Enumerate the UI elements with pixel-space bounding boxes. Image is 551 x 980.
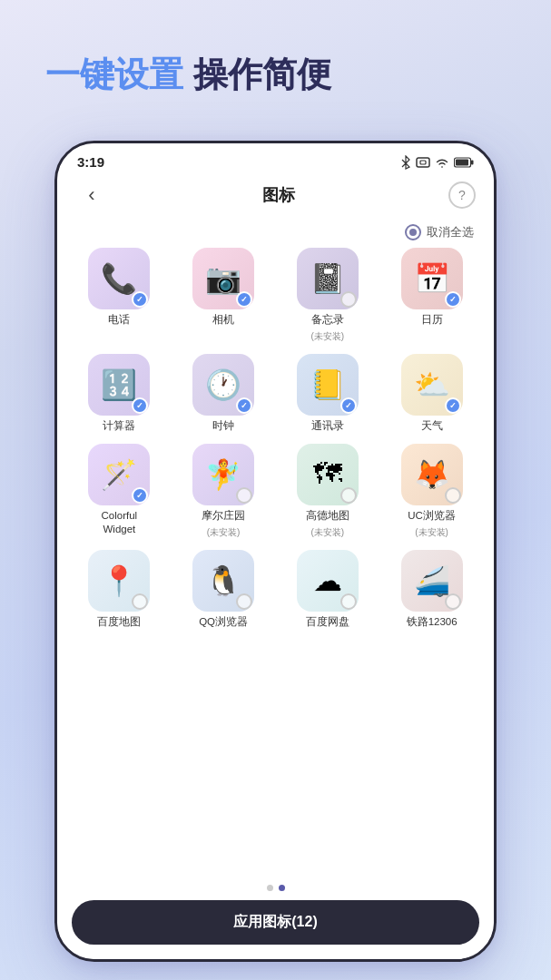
status-icons xyxy=(400,155,474,170)
app-item[interactable]: 🚄铁路12306 xyxy=(382,550,481,629)
status-bar: 3:19 xyxy=(57,143,494,175)
select-all-row[interactable]: 取消全选 xyxy=(57,220,494,248)
app-name: 相机 xyxy=(212,313,234,327)
page-header: 一键设置 操作简便 xyxy=(45,54,506,96)
nfc-icon xyxy=(416,156,430,169)
check-badge xyxy=(445,593,461,610)
battery-icon xyxy=(454,157,474,168)
svg-rect-0 xyxy=(417,158,429,167)
check-badge xyxy=(132,397,148,414)
app-icon-wrapper: 🪄 xyxy=(88,444,150,505)
app-name: 百度网盘 xyxy=(306,615,349,629)
app-item[interactable]: 📍百度地图 xyxy=(70,550,169,629)
check-badge xyxy=(340,593,357,610)
status-time: 3:19 xyxy=(77,154,104,170)
app-item[interactable]: ☁百度网盘 xyxy=(279,550,378,629)
app-item[interactable]: 🗺高德地图(未安装) xyxy=(279,444,378,539)
wifi-icon xyxy=(435,156,449,169)
svg-rect-4 xyxy=(456,159,468,165)
help-button[interactable]: ? xyxy=(448,181,476,209)
phone-frame: 3:19 xyxy=(54,141,497,962)
app-item[interactable]: 📓备忘录(未安装) xyxy=(279,248,378,343)
check-badge xyxy=(340,397,357,414)
check-badge xyxy=(236,291,252,308)
app-item[interactable]: 📞电话 xyxy=(70,248,169,343)
app-icon-wrapper: ⛅ xyxy=(401,354,463,416)
app-icon-wrapper: 🔢 xyxy=(88,354,150,416)
svg-rect-1 xyxy=(420,161,426,164)
check-badge xyxy=(236,487,252,504)
app-name: ColorfulWidget xyxy=(102,509,138,536)
app-item[interactable]: ⛅天气 xyxy=(382,354,481,433)
check-badge xyxy=(340,291,357,308)
app-item[interactable]: 📷相机 xyxy=(174,248,273,343)
check-badge xyxy=(132,593,148,610)
not-installed-label: (未安装) xyxy=(415,526,448,539)
app-item[interactable]: 🪄ColorfulWidget xyxy=(70,444,169,539)
back-button[interactable]: ‹ xyxy=(75,179,108,211)
app-icon-wrapper: 🕐 xyxy=(192,354,254,416)
app-name: 天气 xyxy=(421,419,443,433)
app-item[interactable]: 📅日历 xyxy=(382,248,481,343)
app-name: QQ浏览器 xyxy=(199,615,248,629)
app-name: 日历 xyxy=(421,313,443,327)
phone-inner: 3:19 xyxy=(57,143,494,959)
app-icon-wrapper: 📅 xyxy=(401,248,463,309)
app-item[interactable]: 🐧QQ浏览器 xyxy=(174,550,273,629)
app-name: 电话 xyxy=(108,313,130,327)
app-row: 📍百度地图🐧QQ浏览器☁百度网盘🚄铁路12306 xyxy=(70,550,481,629)
page-dot[interactable] xyxy=(279,885,285,891)
app-item[interactable]: 🔢计算器 xyxy=(70,354,169,433)
check-badge xyxy=(340,487,357,504)
bluetooth-icon xyxy=(400,155,411,170)
app-row: 📞电话📷相机📓备忘录(未安装)📅日历 xyxy=(70,248,481,343)
header-line2: 操作简便 xyxy=(193,55,331,93)
app-icon-wrapper: 📷 xyxy=(192,248,254,309)
app-name: 高德地图 xyxy=(306,509,349,523)
app-name: 通讯录 xyxy=(311,419,344,433)
app-icon-wrapper: 📓 xyxy=(297,248,359,309)
app-icon-wrapper: 🧚 xyxy=(192,444,254,505)
app-name: 百度地图 xyxy=(97,615,141,629)
svg-rect-3 xyxy=(471,160,474,164)
app-name: 时钟 xyxy=(212,419,234,433)
app-name: 计算器 xyxy=(103,419,135,433)
app-item[interactable]: 🦊UC浏览器(未安装) xyxy=(382,444,481,539)
app-grid: 📞电话📷相机📓备忘录(未安装)📅日历🔢计算器🕐时钟📒通讯录⛅天气🪄Colorfu… xyxy=(57,248,494,877)
page-dots xyxy=(57,877,494,900)
app-icon-wrapper: 🦊 xyxy=(401,444,463,505)
not-installed-label: (未安装) xyxy=(311,330,345,343)
not-installed-label: (未安装) xyxy=(207,526,241,539)
app-icon-wrapper: 🚄 xyxy=(401,550,463,612)
check-badge xyxy=(445,397,461,414)
app-row: 🪄ColorfulWidget🧚摩尔庄园(未安装)🗺高德地图(未安装)🦊UC浏览… xyxy=(70,444,481,539)
app-name: 摩尔庄园 xyxy=(202,509,245,523)
not-installed-label: (未安装) xyxy=(311,526,345,539)
select-all-icon xyxy=(405,224,421,240)
app-name: 备忘录 xyxy=(311,313,344,327)
app-icon-wrapper: 📞 xyxy=(88,248,150,309)
app-name: 铁路12306 xyxy=(407,615,458,629)
app-item[interactable]: 🧚摩尔庄园(未安装) xyxy=(174,444,273,539)
check-badge xyxy=(445,291,461,308)
header-line1: 一键设置 xyxy=(45,55,183,93)
nav-bar: ‹ 图标 ? xyxy=(57,175,494,220)
check-badge xyxy=(236,593,252,610)
check-badge xyxy=(236,397,252,414)
page-dot[interactable] xyxy=(267,885,273,891)
app-item[interactable]: 🕐时钟 xyxy=(174,354,273,433)
check-badge xyxy=(132,291,148,308)
select-all-label: 取消全选 xyxy=(427,224,474,240)
app-item[interactable]: 📒通讯录 xyxy=(279,354,378,433)
app-icon-wrapper: 📒 xyxy=(297,354,359,416)
nav-title: 图标 xyxy=(262,184,295,206)
app-name: UC浏览器 xyxy=(408,509,456,523)
app-row: 🔢计算器🕐时钟📒通讯录⛅天气 xyxy=(70,354,481,433)
app-icon-wrapper: 🗺 xyxy=(297,444,359,505)
app-icon-wrapper: ☁ xyxy=(297,550,359,612)
app-icon-wrapper: 📍 xyxy=(88,550,150,612)
check-badge xyxy=(445,487,461,504)
app-icon-wrapper: 🐧 xyxy=(192,550,254,612)
check-badge xyxy=(132,487,148,504)
apply-button[interactable]: 应用图标(12) xyxy=(72,900,479,945)
